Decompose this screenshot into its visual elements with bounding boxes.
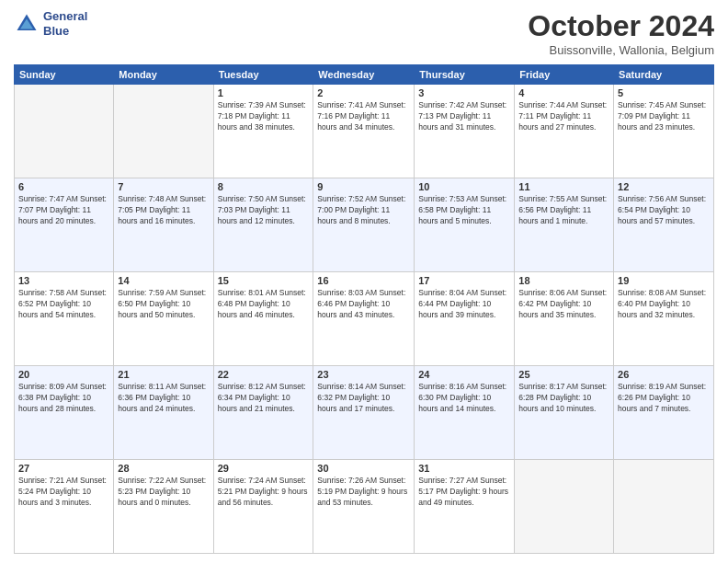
day-detail: Sunrise: 7:55 AM Sunset: 6:56 PM Dayligh… bbox=[518, 194, 609, 227]
day-number: 24 bbox=[418, 369, 510, 380]
day-number: 10 bbox=[418, 181, 510, 192]
day-number: 21 bbox=[118, 369, 209, 380]
calendar-day: 13Sunrise: 7:58 AM Sunset: 6:52 PM Dayli… bbox=[15, 272, 114, 366]
day-detail: Sunrise: 8:11 AM Sunset: 6:36 PM Dayligh… bbox=[118, 382, 209, 415]
day-detail: Sunrise: 7:44 AM Sunset: 7:11 PM Dayligh… bbox=[518, 100, 609, 133]
calendar-day: 20Sunrise: 8:09 AM Sunset: 6:38 PM Dayli… bbox=[15, 366, 114, 460]
calendar-day: 25Sunrise: 8:17 AM Sunset: 6:28 PM Dayli… bbox=[515, 366, 614, 460]
day-number: 28 bbox=[118, 463, 209, 474]
day-number: 20 bbox=[18, 369, 109, 380]
calendar-day: 17Sunrise: 8:04 AM Sunset: 6:44 PM Dayli… bbox=[415, 272, 515, 366]
day-number: 25 bbox=[518, 369, 609, 380]
calendar-day: 27Sunrise: 7:21 AM Sunset: 5:24 PM Dayli… bbox=[15, 460, 114, 554]
calendar-week-5: 27Sunrise: 7:21 AM Sunset: 5:24 PM Dayli… bbox=[15, 460, 714, 554]
calendar-day: 2Sunrise: 7:41 AM Sunset: 7:16 PM Daylig… bbox=[313, 85, 415, 178]
calendar-day: 6Sunrise: 7:47 AM Sunset: 7:07 PM Daylig… bbox=[15, 178, 114, 272]
day-detail: Sunrise: 7:58 AM Sunset: 6:52 PM Dayligh… bbox=[18, 288, 109, 321]
day-detail: Sunrise: 7:27 AM Sunset: 5:17 PM Dayligh… bbox=[418, 476, 510, 509]
day-detail: Sunrise: 8:01 AM Sunset: 6:48 PM Dayligh… bbox=[218, 288, 310, 321]
day-number: 16 bbox=[317, 275, 410, 286]
calendar-day: 21Sunrise: 8:11 AM Sunset: 6:36 PM Dayli… bbox=[114, 366, 213, 460]
day-detail: Sunrise: 8:16 AM Sunset: 6:30 PM Dayligh… bbox=[418, 382, 510, 415]
day-number: 2 bbox=[317, 87, 410, 98]
logo-text: General Blue bbox=[43, 9, 87, 38]
calendar-day bbox=[515, 460, 614, 554]
day-detail: Sunrise: 7:59 AM Sunset: 6:50 PM Dayligh… bbox=[118, 288, 209, 321]
day-detail: Sunrise: 8:06 AM Sunset: 6:42 PM Dayligh… bbox=[518, 288, 609, 321]
day-detail: Sunrise: 8:19 AM Sunset: 6:26 PM Dayligh… bbox=[618, 382, 710, 415]
calendar-day: 28Sunrise: 7:22 AM Sunset: 5:23 PM Dayli… bbox=[114, 460, 213, 554]
calendar-day: 4Sunrise: 7:44 AM Sunset: 7:11 PM Daylig… bbox=[515, 85, 614, 178]
day-number: 17 bbox=[418, 275, 510, 286]
calendar-day: 16Sunrise: 8:03 AM Sunset: 6:46 PM Dayli… bbox=[313, 272, 415, 366]
day-detail: Sunrise: 7:56 AM Sunset: 6:54 PM Dayligh… bbox=[618, 194, 710, 227]
day-detail: Sunrise: 8:09 AM Sunset: 6:38 PM Dayligh… bbox=[18, 382, 109, 415]
day-detail: Sunrise: 7:26 AM Sunset: 5:19 PM Dayligh… bbox=[317, 476, 410, 509]
day-detail: Sunrise: 7:22 AM Sunset: 5:23 PM Dayligh… bbox=[118, 476, 209, 509]
calendar-day: 31Sunrise: 7:27 AM Sunset: 5:17 PM Dayli… bbox=[415, 460, 515, 554]
day-detail: Sunrise: 7:21 AM Sunset: 5:24 PM Dayligh… bbox=[18, 476, 109, 509]
calendar-day: 22Sunrise: 8:12 AM Sunset: 6:34 PM Dayli… bbox=[213, 366, 313, 460]
calendar-table: Sunday Monday Tuesday Wednesday Thursday… bbox=[14, 64, 714, 554]
calendar-day: 23Sunrise: 8:14 AM Sunset: 6:32 PM Dayli… bbox=[313, 366, 415, 460]
title-block: October 2024 Buissonville, Wallonia, Bel… bbox=[528, 9, 714, 57]
header-row: Sunday Monday Tuesday Wednesday Thursday… bbox=[15, 65, 714, 85]
day-detail: Sunrise: 7:52 AM Sunset: 7:00 PM Dayligh… bbox=[317, 194, 410, 227]
day-detail: Sunrise: 7:47 AM Sunset: 7:07 PM Dayligh… bbox=[18, 194, 109, 227]
day-number: 19 bbox=[618, 275, 710, 286]
day-detail: Sunrise: 7:50 AM Sunset: 7:03 PM Dayligh… bbox=[218, 194, 310, 227]
col-thursday: Thursday bbox=[415, 65, 515, 85]
calendar-day: 26Sunrise: 8:19 AM Sunset: 6:26 PM Dayli… bbox=[614, 366, 714, 460]
day-number: 6 bbox=[18, 181, 109, 192]
day-number: 1 bbox=[218, 87, 310, 98]
day-number: 7 bbox=[118, 181, 209, 192]
calendar-day: 9Sunrise: 7:52 AM Sunset: 7:00 PM Daylig… bbox=[313, 178, 415, 272]
day-number: 30 bbox=[317, 463, 410, 474]
calendar-week-4: 20Sunrise: 8:09 AM Sunset: 6:38 PM Dayli… bbox=[15, 366, 714, 460]
calendar-week-1: 1Sunrise: 7:39 AM Sunset: 7:18 PM Daylig… bbox=[15, 85, 714, 178]
day-detail: Sunrise: 7:45 AM Sunset: 7:09 PM Dayligh… bbox=[618, 100, 710, 133]
day-detail: Sunrise: 7:24 AM Sunset: 5:21 PM Dayligh… bbox=[218, 476, 310, 509]
calendar-day: 24Sunrise: 8:16 AM Sunset: 6:30 PM Dayli… bbox=[415, 366, 515, 460]
day-number: 9 bbox=[317, 181, 410, 192]
day-number: 27 bbox=[18, 463, 109, 474]
logo-line1: General bbox=[43, 9, 87, 24]
col-tuesday: Tuesday bbox=[213, 65, 313, 85]
logo-line2: Blue bbox=[43, 24, 87, 39]
calendar-day bbox=[614, 460, 714, 554]
day-number: 4 bbox=[518, 87, 609, 98]
day-number: 29 bbox=[218, 463, 310, 474]
location: Buissonville, Wallonia, Belgium bbox=[528, 43, 714, 57]
day-detail: Sunrise: 8:04 AM Sunset: 6:44 PM Dayligh… bbox=[418, 288, 510, 321]
day-number: 5 bbox=[618, 87, 710, 98]
day-number: 12 bbox=[618, 181, 710, 192]
calendar-day: 30Sunrise: 7:26 AM Sunset: 5:19 PM Dayli… bbox=[313, 460, 415, 554]
calendar-week-2: 6Sunrise: 7:47 AM Sunset: 7:07 PM Daylig… bbox=[15, 178, 714, 272]
calendar-day: 12Sunrise: 7:56 AM Sunset: 6:54 PM Dayli… bbox=[614, 178, 714, 272]
day-detail: Sunrise: 7:41 AM Sunset: 7:16 PM Dayligh… bbox=[317, 100, 410, 133]
col-sunday: Sunday bbox=[15, 65, 114, 85]
calendar-day: 11Sunrise: 7:55 AM Sunset: 6:56 PM Dayli… bbox=[515, 178, 614, 272]
col-saturday: Saturday bbox=[614, 65, 714, 85]
day-detail: Sunrise: 7:39 AM Sunset: 7:18 PM Dayligh… bbox=[218, 100, 310, 133]
calendar-day bbox=[114, 85, 213, 178]
day-number: 8 bbox=[218, 181, 310, 192]
page: General Blue October 2024 Buissonville, … bbox=[0, 0, 728, 563]
day-number: 18 bbox=[518, 275, 609, 286]
day-number: 22 bbox=[218, 369, 310, 380]
month-title: October 2024 bbox=[528, 9, 714, 43]
calendar-day: 1Sunrise: 7:39 AM Sunset: 7:18 PM Daylig… bbox=[213, 85, 313, 178]
day-number: 15 bbox=[218, 275, 310, 286]
col-monday: Monday bbox=[114, 65, 213, 85]
day-number: 23 bbox=[317, 369, 410, 380]
day-detail: Sunrise: 8:08 AM Sunset: 6:40 PM Dayligh… bbox=[618, 288, 710, 321]
calendar-day: 7Sunrise: 7:48 AM Sunset: 7:05 PM Daylig… bbox=[114, 178, 213, 272]
logo-icon bbox=[14, 11, 40, 37]
day-number: 3 bbox=[418, 87, 510, 98]
calendar-day: 18Sunrise: 8:06 AM Sunset: 6:42 PM Dayli… bbox=[515, 272, 614, 366]
day-detail: Sunrise: 8:17 AM Sunset: 6:28 PM Dayligh… bbox=[518, 382, 609, 415]
calendar-day: 10Sunrise: 7:53 AM Sunset: 6:58 PM Dayli… bbox=[415, 178, 515, 272]
calendar-day bbox=[15, 85, 114, 178]
calendar-day: 19Sunrise: 8:08 AM Sunset: 6:40 PM Dayli… bbox=[614, 272, 714, 366]
day-detail: Sunrise: 7:48 AM Sunset: 7:05 PM Dayligh… bbox=[118, 194, 209, 227]
